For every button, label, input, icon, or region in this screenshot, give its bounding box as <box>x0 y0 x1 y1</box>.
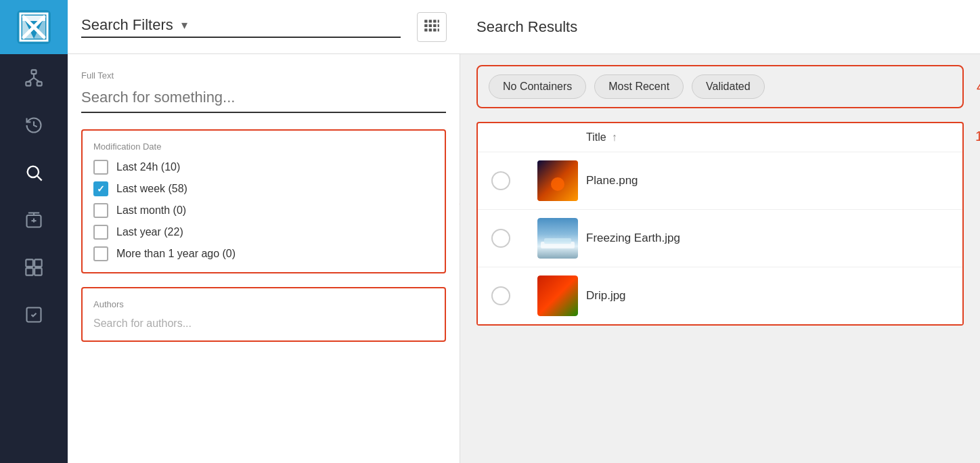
sidebar-item-tasks[interactable] <box>0 291 68 338</box>
checkbox-last-24h-input[interactable] <box>93 160 108 175</box>
checkbox-last-month[interactable]: Last month (0) <box>93 203 434 218</box>
checkbox-last-week[interactable]: Last week (58) <box>93 181 434 196</box>
row-select <box>491 286 532 305</box>
sidebar-item-timer[interactable] <box>0 196 68 244</box>
svg-rect-20 <box>438 20 439 22</box>
results-table-section: 1 Title ↑ <box>476 122 964 326</box>
col-title-header[interactable]: Title ↑ <box>586 131 949 144</box>
table-row: Freezing Earth.jpg <box>478 210 962 267</box>
table-row: Drip.jpg <box>478 267 962 324</box>
row-radio-drip[interactable] <box>491 286 510 305</box>
main-content: Search Filters ▾ <box>68 0 980 463</box>
row-select <box>491 171 532 190</box>
result-title-drip: Drip.jpg <box>586 289 626 303</box>
grid-view-button[interactable] <box>417 12 447 42</box>
modification-date-filter: Modification Date Last 24h (10) Last wee… <box>81 129 446 273</box>
checkbox-last-24h[interactable]: Last 24h (10) <box>93 160 434 175</box>
left-panel: Full Text Modification Date Last 24h (10… <box>68 54 460 463</box>
result-title-freezing: Freezing Earth.jpg <box>586 232 680 245</box>
svg-rect-25 <box>424 28 427 31</box>
annotation-4: 4 <box>977 79 980 95</box>
svg-rect-15 <box>35 268 41 275</box>
checkbox-more-than-year[interactable]: More than 1 year ago (0) <box>93 246 434 261</box>
left-header: Search Filters ▾ <box>68 0 460 54</box>
app-logo[interactable] <box>0 0 68 54</box>
svg-line-7 <box>28 78 34 82</box>
svg-line-8 <box>34 78 39 82</box>
sidebar-item-network[interactable] <box>0 54 68 102</box>
checkbox-last-week-label: Last week (58) <box>116 183 187 195</box>
svg-rect-13 <box>35 259 41 267</box>
sidebar-item-history[interactable] <box>0 102 68 149</box>
authors-label: Authors <box>93 299 434 309</box>
checkbox-last-month-input[interactable] <box>93 203 108 218</box>
svg-rect-27 <box>433 28 436 31</box>
modification-date-section: Modification Date Last 24h (10) Last wee… <box>81 129 446 273</box>
svg-rect-21 <box>424 24 427 26</box>
result-title-plane: Plane.png <box>586 174 638 188</box>
chips-section: No Containers Most Recent Validated 4 <box>476 65 964 108</box>
svg-rect-19 <box>433 20 436 22</box>
svg-point-30 <box>551 177 564 191</box>
layout-body: Full Text Modification Date Last 24h (10… <box>68 54 980 463</box>
row-select <box>491 229 532 248</box>
sidebar-item-search[interactable] <box>0 149 68 196</box>
svg-rect-28 <box>438 28 439 31</box>
thumb-plane <box>537 160 578 201</box>
svg-rect-17 <box>424 20 427 22</box>
annotation-2: 2 <box>459 307 460 322</box>
svg-rect-3 <box>32 70 37 74</box>
header-row: Search Filters ▾ <box>68 0 980 54</box>
svg-rect-26 <box>429 28 432 31</box>
chip-no-containers[interactable]: No Containers <box>489 74 586 99</box>
svg-line-10 <box>37 176 41 180</box>
svg-rect-22 <box>429 24 432 26</box>
svg-rect-5 <box>37 82 42 86</box>
title-column-label: Title <box>586 131 606 144</box>
search-filters-title: Search Filters <box>81 16 173 34</box>
svg-rect-4 <box>26 82 30 86</box>
right-panel: No Containers Most Recent Validated 4 1 <box>460 54 980 463</box>
checkbox-last-year-label: Last year (22) <box>116 226 183 238</box>
left-panel-content: Full Text Modification Date Last 24h (10… <box>68 54 460 463</box>
svg-rect-12 <box>26 259 33 267</box>
chips-container: No Containers Most Recent Validated <box>476 65 964 108</box>
table-header: Title ↑ <box>478 123 962 152</box>
right-panel-content: No Containers Most Recent Validated 4 1 <box>460 54 980 463</box>
full-text-label: Full Text <box>81 70 446 81</box>
authors-section: Authors 2 <box>81 287 446 342</box>
modification-date-label: Modification Date <box>93 141 434 152</box>
checkbox-more-than-year-label: More than 1 year ago (0) <box>116 248 236 260</box>
svg-rect-24 <box>438 24 439 26</box>
authors-filter: Authors <box>81 287 446 342</box>
dropdown-arrow-icon[interactable]: ▾ <box>181 18 187 32</box>
checkbox-more-than-year-input[interactable] <box>93 246 108 261</box>
svg-rect-33 <box>544 238 571 244</box>
results-table: 1 Title ↑ <box>476 122 964 326</box>
row-radio-plane[interactable] <box>491 171 510 190</box>
checkbox-last-year[interactable]: Last year (22) <box>93 225 434 240</box>
checkbox-last-year-input[interactable] <box>93 225 108 240</box>
svg-rect-18 <box>429 20 432 22</box>
search-results-title: Search Results <box>476 18 577 36</box>
full-text-section: Full Text <box>81 70 446 129</box>
checkbox-last-month-label: Last month (0) <box>116 204 186 217</box>
chip-validated[interactable]: Validated <box>692 74 765 99</box>
svg-rect-23 <box>433 24 436 26</box>
annotation-1: 1 <box>975 129 980 144</box>
svg-rect-14 <box>26 268 33 275</box>
sort-ascending-icon[interactable]: ↑ <box>612 131 617 144</box>
chip-most-recent[interactable]: Most Recent <box>594 74 684 99</box>
checkbox-last-week-input[interactable] <box>93 181 108 196</box>
annotation-3: 3 <box>459 194 460 209</box>
authors-input[interactable] <box>93 317 434 330</box>
full-text-input[interactable] <box>81 86 446 113</box>
right-header: Search Results <box>460 0 980 54</box>
row-radio-freezing[interactable] <box>491 229 510 248</box>
svg-rect-34 <box>537 275 578 316</box>
checkbox-last-24h-label: Last 24h (10) <box>116 161 180 173</box>
svg-point-9 <box>28 167 39 177</box>
table-row: Plane.png <box>478 152 962 210</box>
sidebar-item-gallery[interactable] <box>0 244 68 291</box>
sidebar <box>0 0 68 463</box>
